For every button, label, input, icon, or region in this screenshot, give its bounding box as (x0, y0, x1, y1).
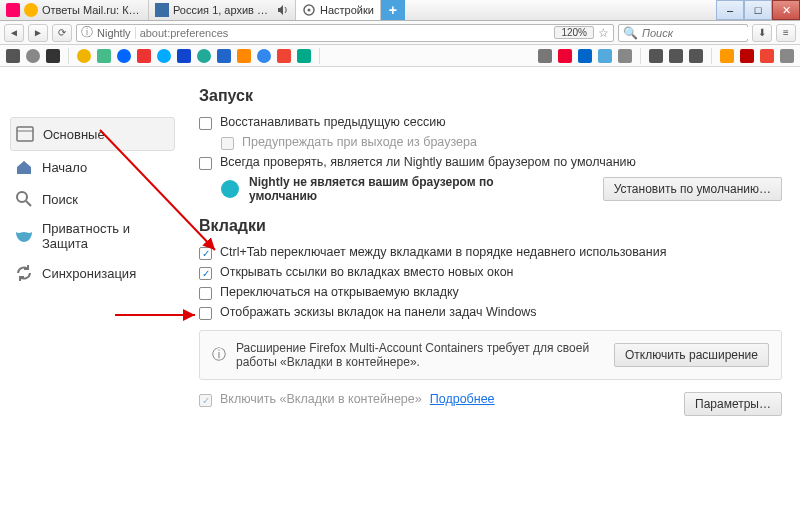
toolbar-icon[interactable] (217, 49, 231, 63)
zoom-indicator[interactable]: 120% (554, 26, 594, 39)
sidebar-item-label: Приватность и Защита (42, 221, 171, 251)
pref-check-default[interactable]: Всегда проверять, является ли Nightly ва… (199, 155, 782, 170)
pref-label: Включить «Вкладки в контейнере» (220, 392, 422, 406)
browser-tab[interactable]: Россия 1, архив онлайн (149, 0, 296, 20)
sidebar-item-privacy[interactable]: Приватность и Защита (10, 215, 175, 257)
nav-toolbar: ◄ ► ⟳ ⓘ Nightly 120% ☆ 🔍 ⬇ ≡ (0, 21, 800, 45)
pref-label: Переключаться на открываемую вкладку (220, 285, 459, 299)
browser-tab-active[interactable]: Настройки (296, 0, 381, 20)
toolbar-icon[interactable] (780, 49, 794, 63)
toolbar-icon[interactable] (157, 49, 171, 63)
downloads-button[interactable]: ⬇ (752, 24, 772, 42)
pref-label: Открывать ссылки во вкладках вместо новы… (220, 265, 514, 279)
search-bar[interactable]: 🔍 (618, 24, 748, 42)
toolbar-icon[interactable] (297, 49, 311, 63)
learn-more-link[interactable]: Подробнее (430, 392, 495, 406)
extension-info-box: ⓘ Расширение Firefox Multi-Account Conta… (199, 330, 782, 380)
checkbox-checked[interactable] (199, 267, 212, 280)
checkbox[interactable] (199, 287, 212, 300)
svg-line-5 (26, 201, 31, 206)
sidebar-item-search[interactable]: Поиск (10, 183, 175, 215)
sound-icon[interactable] (277, 4, 289, 16)
pref-switch-to-tab[interactable]: Переключаться на открываемую вкладку (199, 285, 782, 300)
checkbox[interactable] (199, 157, 212, 170)
new-tab-button[interactable]: + (381, 0, 405, 20)
sidebar-item-sync[interactable]: Синхронизация (10, 257, 175, 289)
gear-icon (302, 3, 316, 17)
preferences-content: Запуск Восстанавливать предыдущую сессию… (175, 67, 800, 508)
menu-button[interactable]: ≡ (776, 24, 796, 42)
search-icon (14, 189, 34, 209)
url-bar[interactable]: ⓘ Nightly 120% ☆ (76, 24, 614, 42)
separator (319, 48, 320, 64)
browser-tab[interactable]: Ответы Mail.ru: Как сдела (0, 0, 149, 20)
toolbar-icon[interactable] (598, 49, 612, 63)
pref-ctrl-tab[interactable]: Ctrl+Tab переключает между вкладками в п… (199, 245, 782, 260)
svg-point-4 (17, 192, 27, 202)
minimize-button[interactable]: – (716, 0, 744, 20)
section-heading-startup: Запуск (199, 87, 782, 105)
toolbar-icon[interactable] (618, 49, 632, 63)
maximize-button[interactable]: □ (744, 0, 772, 20)
pref-label: Восстанавливать предыдущую сессию (220, 115, 446, 129)
tab-label: Настройки (320, 4, 374, 16)
sidebar-item-label: Начало (42, 160, 87, 175)
close-button[interactable]: ✕ (772, 0, 800, 20)
bookmarks-toolbar (0, 45, 800, 67)
toolbar-icon[interactable] (6, 49, 20, 63)
pref-restore-session[interactable]: Восстанавливать предыдущую сессию (199, 115, 782, 130)
reload-button[interactable]: ⟳ (52, 24, 72, 42)
info-icon[interactable]: ⓘ (81, 24, 93, 41)
container-settings-button[interactable]: Параметры… (684, 392, 782, 416)
forward-button[interactable]: ► (28, 24, 48, 42)
window-icon (15, 124, 35, 144)
set-default-button[interactable]: Установить по умолчанию… (603, 177, 782, 201)
toolbar-icon[interactable] (740, 49, 754, 63)
checkbox-disabled (221, 137, 234, 150)
toolbar-icon[interactable] (277, 49, 291, 63)
identity-label: Nightly (97, 27, 136, 39)
tab-strip: Ответы Mail.ru: Как сдела Россия 1, архи… (0, 0, 800, 21)
toolbar-icon[interactable] (77, 49, 91, 63)
sidebar-item-home[interactable]: Начало (10, 151, 175, 183)
toolbar-icon[interactable] (558, 49, 572, 63)
toolbar-icon[interactable] (137, 49, 151, 63)
sidebar-item-label: Синхронизация (42, 266, 136, 281)
toolbar-icon[interactable] (669, 49, 683, 63)
toolbar-icon[interactable] (117, 49, 131, 63)
mask-icon (14, 226, 34, 246)
window-controls: – □ ✕ (716, 0, 800, 20)
globe-icon (221, 180, 239, 198)
bookmark-star-icon[interactable]: ☆ (598, 26, 609, 40)
toolbar-icon[interactable] (177, 49, 191, 63)
toolbar-icon[interactable] (720, 49, 734, 63)
separator (711, 48, 712, 64)
section-heading-tabs: Вкладки (199, 217, 782, 235)
toolbar-icon[interactable] (46, 49, 60, 63)
checkbox[interactable] (199, 117, 212, 130)
toolbar-icon[interactable] (257, 49, 271, 63)
pref-label: Ctrl+Tab переключает между вкладками в п… (220, 245, 666, 259)
toolbar-icon[interactable] (197, 49, 211, 63)
separator (68, 48, 69, 64)
toolbar-icon[interactable] (26, 49, 40, 63)
url-input[interactable] (140, 27, 551, 39)
toolbar-icon[interactable] (237, 49, 251, 63)
toolbar-icon[interactable] (538, 49, 552, 63)
pref-open-links-in-tabs[interactable]: Открывать ссылки во вкладках вместо новы… (199, 265, 782, 280)
toolbar-icon[interactable] (649, 49, 663, 63)
checkbox-checked[interactable] (199, 247, 212, 260)
sidebar-item-general[interactable]: Основные (10, 117, 175, 151)
separator (640, 48, 641, 64)
toolbar-icon[interactable] (97, 49, 111, 63)
svg-rect-2 (17, 127, 33, 141)
toolbar-icon[interactable] (760, 49, 774, 63)
toolbar-icon[interactable] (689, 49, 703, 63)
back-button[interactable]: ◄ (4, 24, 24, 42)
toolbar-icon[interactable] (578, 49, 592, 63)
checkbox[interactable] (199, 307, 212, 320)
pref-container-tabs: Включить «Вкладки в контейнере» Подробне… (199, 392, 782, 416)
sidebar-item-label: Основные (43, 127, 105, 142)
disable-extension-button[interactable]: Отключить расширение (614, 343, 769, 367)
pref-taskbar-thumbnails[interactable]: Отображать эскизы вкладок на панели зада… (199, 305, 782, 320)
